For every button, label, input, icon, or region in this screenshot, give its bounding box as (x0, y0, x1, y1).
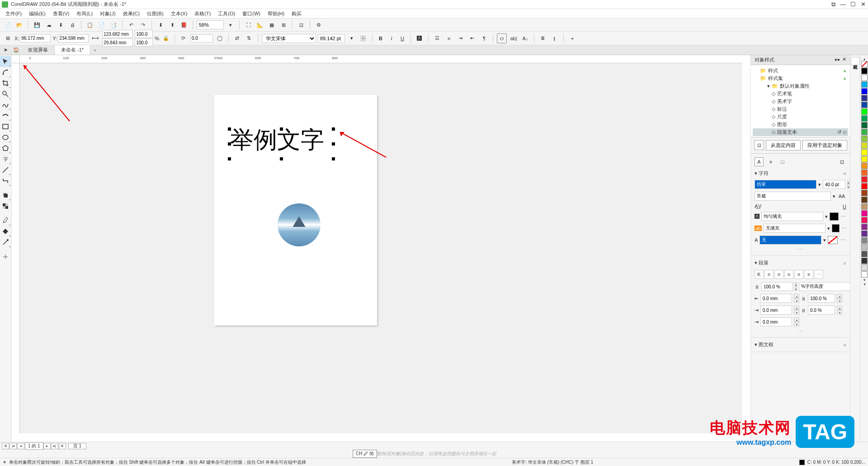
expand-para-icon[interactable]: ⋯ (755, 328, 846, 335)
rotation-input[interactable] (190, 34, 213, 42)
angle-icon[interactable]: ◯ (215, 33, 225, 43)
apply-to-selection-button[interactable]: 应用于选定对象 (802, 140, 847, 151)
color-swatch[interactable] (861, 142, 868, 149)
export-icon[interactable]: ⬆ (167, 20, 177, 30)
menu-buy[interactable]: 购买 (288, 9, 305, 18)
color-swatch[interactable] (861, 68, 868, 74)
polygon-tool-icon[interactable] (0, 143, 11, 154)
mirror-h-icon[interactable]: ⇄ (232, 33, 242, 43)
color-swatch[interactable] (861, 136, 868, 142)
add-tool-icon[interactable] (0, 251, 11, 262)
selection-handle-tl[interactable] (228, 127, 231, 131)
fill-color-swatch[interactable] (830, 212, 839, 221)
pick-tool-shortcut-icon[interactable]: ➤ (0, 45, 11, 55)
line-spacing-input[interactable] (761, 282, 793, 291)
color-eyedropper-tool-icon[interactable] (0, 215, 11, 226)
redo-icon[interactable]: ↷ (138, 20, 148, 30)
right-indent-input[interactable] (760, 317, 792, 326)
artistic-media-tool-icon[interactable] (0, 110, 11, 121)
cloud-download-icon[interactable]: ⬇ (56, 20, 66, 30)
tree-item-callout[interactable]: ◇标注 (753, 105, 848, 113)
ime-indicator[interactable]: CH 🖉 简 (353, 450, 377, 458)
before-spacing-input[interactable] (808, 294, 835, 303)
menu-help[interactable]: 帮助(H) (264, 9, 288, 18)
open-icon[interactable]: 📂 (14, 20, 24, 30)
underline-icon[interactable]: U (843, 204, 846, 209)
mirror-v-icon[interactable]: ⇅ (244, 33, 254, 43)
size-down-icon[interactable]: ▾ (847, 184, 849, 189)
color-swatch[interactable] (861, 176, 868, 183)
rulers-icon[interactable]: 📐 (255, 20, 265, 30)
font-size-input[interactable] (318, 34, 345, 43)
frame-settings-icon[interactable]: ○ (843, 342, 846, 348)
color-swatch[interactable] (861, 129, 868, 135)
color-swatch[interactable] (861, 115, 868, 122)
font-family-select[interactable]: 华文宋体 (262, 34, 316, 43)
no-color-swatch[interactable] (861, 61, 868, 67)
fill-swatch-icon[interactable] (799, 460, 805, 465)
add-tab-icon[interactable]: + (90, 45, 99, 55)
vertical-ruler[interactable] (12, 63, 20, 433)
color-swatch[interactable] (861, 163, 868, 169)
import-icon[interactable]: ⬇ (156, 20, 165, 30)
palette-up-icon[interactable]: ▴ (860, 57, 868, 61)
color-swatch[interactable] (861, 264, 868, 271)
color-swatch[interactable] (861, 251, 868, 257)
prev-page-icon[interactable]: ◂ (17, 443, 24, 449)
bg-color-swatch[interactable] (832, 224, 840, 232)
docker-collapse-icon[interactable]: ▸▸ (835, 56, 840, 63)
object-origin-icon[interactable]: ⊞ (3, 33, 13, 43)
selection-handle-bl[interactable] (228, 157, 231, 160)
cloud-upload-icon[interactable]: ☁ (44, 20, 54, 30)
color-swatch[interactable] (861, 258, 868, 264)
tree-style[interactable]: 📁样式+ (753, 67, 848, 75)
width-input[interactable] (102, 30, 133, 38)
tab-paragraph-icon[interactable]: ≡ (766, 157, 775, 166)
from-selection-button[interactable]: 从选定内容 (766, 140, 801, 151)
after-spacing-input[interactable] (808, 306, 835, 315)
style-dropdown-icon[interactable]: ▾ (833, 193, 835, 199)
fullscreen-icon[interactable]: ⛶ (243, 20, 253, 30)
ellipse-tool-icon[interactable] (0, 132, 11, 143)
menu-table[interactable]: 表格(T) (191, 9, 214, 18)
add-page-after-icon[interactable]: ⊕ (59, 443, 66, 449)
color-swatch[interactable] (861, 95, 868, 101)
color-swatch[interactable] (861, 271, 868, 278)
clipped-bitmap[interactable] (278, 203, 321, 246)
kerning-icon[interactable]: AA (837, 192, 846, 201)
pdf-icon[interactable]: 📕 (179, 20, 189, 30)
color-swatch[interactable] (861, 224, 868, 230)
menu-tools[interactable]: 工具(O) (214, 9, 239, 18)
ruler-corner[interactable] (12, 55, 20, 63)
guidelines-icon[interactable]: ⊞ (278, 20, 288, 30)
char-settings-icon[interactable]: ○ (843, 171, 846, 176)
fill-more-icon[interactable]: ⋯ (840, 212, 846, 221)
align-left-icon[interactable]: ≡ (764, 270, 774, 279)
tree-item-paragraph[interactable]: ◇段落文本↺ ◇ (753, 128, 848, 136)
align-justify-icon[interactable]: ≡ (794, 270, 803, 279)
first-page-icon[interactable]: |◂ (9, 443, 17, 449)
tab-character-icon[interactable]: A (755, 157, 764, 166)
selection-handle-br[interactable] (332, 157, 335, 160)
dropdown-icon[interactable]: ▾ (226, 20, 236, 30)
undo-icon[interactable]: ↶ (126, 20, 136, 30)
color-swatch[interactable] (861, 203, 868, 210)
color-swatch[interactable] (861, 183, 868, 189)
bg-fill-input[interactable] (764, 224, 826, 233)
docker-close-icon[interactable]: ✕ (842, 56, 846, 63)
freehand-tool-icon[interactable] (0, 99, 11, 110)
palette-flyout-icon[interactable]: ◂ (860, 282, 868, 286)
align-text-icon[interactable]: ≣ (538, 33, 548, 43)
tree-styleset[interactable]: 📁样式集+ (753, 75, 848, 82)
char-font-input[interactable] (755, 180, 816, 189)
align-none-icon[interactable]: K (755, 270, 764, 279)
grid-icon[interactable]: ▦ (267, 20, 277, 30)
options-icon[interactable]: ⚙ (314, 20, 324, 30)
menu-edit[interactable]: 编辑(E) (25, 9, 49, 18)
color-swatch[interactable] (861, 210, 868, 217)
color-swatch[interactable] (861, 149, 868, 155)
menu-bitmap[interactable]: 位图(B) (143, 9, 167, 18)
text-edit-icon[interactable]: ab| (509, 33, 519, 43)
selection-handle-ml[interactable] (228, 142, 231, 146)
y-input[interactable] (58, 34, 89, 42)
